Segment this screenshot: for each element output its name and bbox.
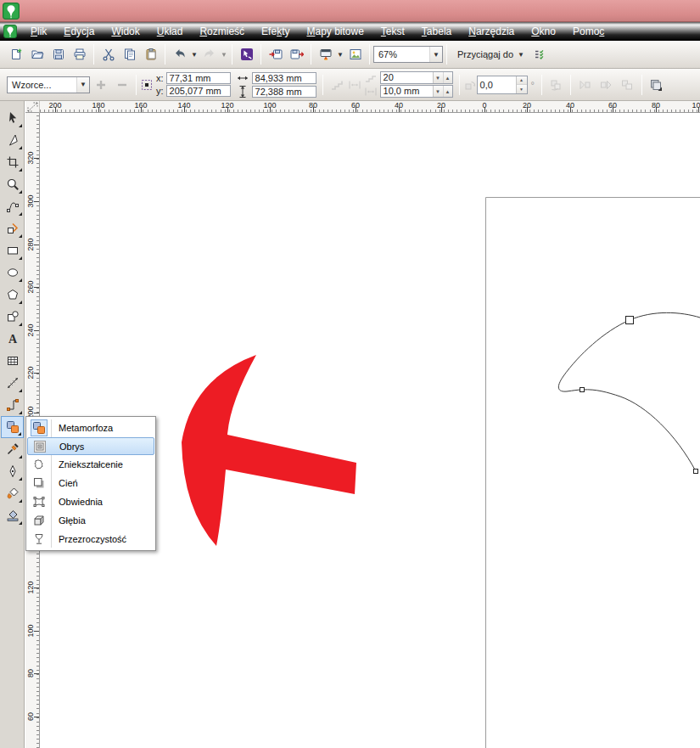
connector-tool[interactable]: [1, 394, 24, 416]
flyout-item-metamorfoza[interactable]: Metamorfoza: [27, 419, 154, 437]
property-bar: Wzorce... ▼ x: 77,31 mm y: 205,077 mm 84…: [0, 69, 700, 101]
blend-direction-spinbox[interactable]: 0,0 ▲▼: [477, 76, 528, 94]
options-button[interactable]: [529, 44, 550, 65]
interactive-fill-tool[interactable]: [1, 504, 24, 526]
search-content-button[interactable]: [236, 44, 257, 65]
spinner-up-icon[interactable]: ▲: [443, 72, 452, 83]
zoom-tool[interactable]: [1, 173, 24, 195]
eyedropper-tool[interactable]: [1, 438, 24, 460]
crop-tool[interactable]: [1, 151, 24, 173]
preset-value: Wzorce...: [8, 80, 76, 90]
object-acceleration-button[interactable]: [574, 74, 596, 95]
open-button[interactable]: [26, 44, 48, 65]
chevron-down-icon[interactable]: ▼: [517, 51, 525, 59]
print-button[interactable]: [69, 44, 90, 65]
menu-efekty[interactable]: Efekty: [255, 23, 295, 40]
rectangle-tool[interactable]: [1, 239, 24, 262]
outline-pen-tool[interactable]: [1, 460, 24, 482]
menu-uk-ad[interactable]: Układ: [151, 23, 189, 40]
application-launcher-dropdown[interactable]: ▼: [336, 51, 344, 59]
delete-preset-button[interactable]: [111, 74, 132, 95]
menu-okno[interactable]: Okno: [525, 23, 562, 40]
y-position-field[interactable]: 205,077 mm: [166, 85, 231, 97]
undo-dropdown[interactable]: ▼: [190, 51, 199, 59]
spinner-down-icon[interactable]: ▼: [517, 84, 527, 93]
h-ruler-tick: [55, 107, 56, 112]
add-preset-button[interactable]: [90, 74, 111, 95]
menu-pomoc[interactable]: Pomoc: [567, 23, 610, 40]
flyout-item-przezroczysto-[interactable]: Przezroczystość: [27, 530, 154, 548]
dimension-tool[interactable]: [1, 372, 24, 394]
blend-steps-spinbox[interactable]: 20 ▼▲: [380, 71, 453, 84]
blend-steps-value[interactable]: 20: [381, 72, 433, 83]
flyout-item-g-bia[interactable]: Głębia: [27, 511, 154, 530]
chevron-down-icon[interactable]: ▼: [76, 77, 89, 93]
copy-button[interactable]: [119, 44, 140, 65]
flyout-item-zniekszta-cenie[interactable]: Zniekształcenie: [27, 455, 154, 474]
spinner-down-icon[interactable]: ▼: [434, 86, 443, 97]
end-object-button[interactable]: [617, 74, 638, 95]
new-document-button[interactable]: [5, 44, 26, 65]
spinner-up-icon[interactable]: ▲: [517, 76, 527, 85]
fill-tool[interactable]: [1, 482, 24, 504]
menu-tekst[interactable]: Tekst: [375, 23, 411, 40]
spinner-down-icon[interactable]: ▼: [434, 72, 443, 83]
welcome-screen-button[interactable]: [344, 44, 366, 65]
menu-mapy-bitowe[interactable]: Mapy bitowe: [300, 23, 369, 40]
flyout-arrow-icon: [19, 212, 22, 216]
curve-node[interactable]: [580, 388, 585, 392]
envelope-icon: [31, 493, 48, 510]
shape-tool[interactable]: [1, 129, 24, 151]
undo-button[interactable]: [169, 44, 190, 65]
object-height-field[interactable]: 72,388 mm: [252, 86, 316, 98]
redo-dropdown[interactable]: ▼: [220, 51, 228, 59]
smart-fill-tool[interactable]: [1, 217, 24, 239]
snap-to-dropdown[interactable]: Przyciągaj do▼: [451, 49, 529, 59]
paste-button[interactable]: [140, 44, 161, 65]
table-tool[interactable]: [1, 350, 24, 372]
coreldraw-app-icon[interactable]: [3, 3, 20, 20]
v-ruler-tick: [34, 330, 39, 331]
object-width-field[interactable]: 84,933 mm: [252, 72, 316, 84]
menubar-app-icon[interactable]: [3, 25, 17, 38]
chevron-down-icon[interactable]: ▼: [429, 47, 442, 62]
menu-edycja[interactable]: Edycja: [58, 23, 100, 40]
preset-combobox[interactable]: Wzorce... ▼: [7, 76, 90, 93]
text-tool[interactable]: A: [1, 328, 24, 350]
zoom-level-combobox[interactable]: 67%▼: [373, 46, 443, 63]
application-launcher-button[interactable]: [315, 44, 336, 65]
save-button[interactable]: [48, 44, 69, 65]
flyout-item-obwiednia[interactable]: Obwiednia: [27, 492, 154, 511]
blend-spacing-spinbox[interactable]: 10,0 mm ▼▲: [380, 85, 453, 98]
loop-blend-button[interactable]: [546, 74, 567, 95]
h-ruler-tick: [184, 107, 185, 112]
pick-tool[interactable]: [1, 107, 24, 129]
start-object-button[interactable]: [596, 74, 617, 95]
ellipse-tool[interactable]: [1, 262, 24, 284]
freehand-tool[interactable]: [1, 195, 24, 217]
spinner-up-icon[interactable]: ▲: [443, 86, 452, 97]
transparency-icon: [31, 531, 48, 548]
menu-narz-dzia[interactable]: Narzędzia: [462, 23, 520, 40]
blend-direction-value[interactable]: 0,0: [478, 76, 516, 93]
export-button[interactable]: [286, 44, 307, 65]
x-position-field[interactable]: 77,31 mm: [166, 72, 231, 84]
flyout-item-cie-[interactable]: Cień: [27, 474, 154, 492]
menu-rozmie-[interactable]: Rozmieść: [193, 23, 250, 40]
curve-node[interactable]: [626, 317, 634, 324]
basic-shapes-tool[interactable]: [1, 306, 24, 328]
flyout-item-obrys[interactable]: Obrys: [27, 437, 154, 455]
menu-plik[interactable]: Plik: [25, 23, 53, 40]
curve-node[interactable]: [694, 470, 698, 474]
blend-tool[interactable]: [1, 416, 24, 438]
menu-widok[interactable]: Widok: [105, 23, 145, 40]
blend-spacing-value[interactable]: 10,0 mm: [381, 86, 433, 97]
ruler-origin[interactable]: [25, 101, 40, 113]
path-properties-button[interactable]: [646, 74, 667, 95]
polygon-tool[interactable]: [1, 284, 24, 306]
cut-button[interactable]: [98, 44, 119, 65]
redo-button[interactable]: [199, 44, 220, 65]
import-button[interactable]: [265, 44, 286, 65]
toolbar-separator: [311, 44, 311, 65]
menu-tabela[interactable]: Tabela: [416, 23, 457, 40]
